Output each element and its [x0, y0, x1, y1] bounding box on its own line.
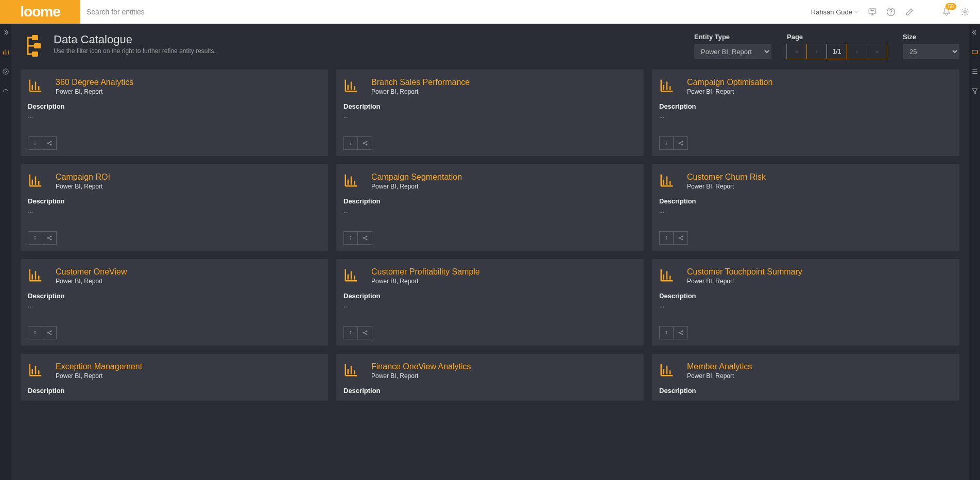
- card-type: Power BI, Report: [687, 88, 772, 95]
- entity-card[interactable]: Campaign Segmentation Power BI, Report D…: [336, 164, 644, 251]
- pager-last[interactable]: »: [867, 44, 887, 59]
- entity-card[interactable]: Campaign Optimisation Power BI, Report D…: [652, 70, 959, 156]
- svg-point-46: [363, 143, 364, 144]
- card-share-button[interactable]: [674, 326, 688, 339]
- card-desc: ...: [28, 302, 321, 309]
- card-title: Campaign ROI: [56, 173, 110, 182]
- notifications-icon[interactable]: 50: [942, 7, 951, 16]
- svg-point-59: [682, 141, 683, 142]
- card-share-button[interactable]: [42, 326, 57, 339]
- rail-card-view-icon[interactable]: [971, 48, 978, 58]
- entity-card[interactable]: Customer Profitability Sample Power BI, …: [336, 259, 644, 346]
- svg-line-38: [48, 144, 50, 145]
- entity-card[interactable]: Member Analytics Power BI, Report Descri…: [652, 354, 959, 401]
- card-desc-label: Description: [659, 102, 952, 110]
- card-info-button[interactable]: [659, 326, 674, 339]
- user-menu[interactable]: Rahsan Gude: [811, 8, 858, 16]
- settings-icon[interactable]: [960, 7, 970, 16]
- svg-point-104: [35, 331, 36, 332]
- card-share-button[interactable]: [358, 231, 372, 245]
- svg-point-68: [35, 236, 36, 237]
- page-label: Page: [787, 33, 887, 41]
- rail-settings-icon[interactable]: [2, 68, 9, 77]
- card-share-button[interactable]: [674, 136, 688, 150]
- apps-icon[interactable]: [923, 7, 933, 16]
- rail-chart-icon[interactable]: [2, 48, 9, 58]
- entity-card[interactable]: Exception Management Power BI, Report De…: [21, 354, 328, 401]
- pager-prev[interactable]: ‹: [806, 44, 827, 59]
- svg-line-49: [364, 142, 366, 143]
- search-input[interactable]: [87, 8, 177, 16]
- card-type: Power BI, Report: [371, 372, 471, 380]
- card-info-button[interactable]: [28, 231, 42, 245]
- svg-point-8: [927, 8, 929, 10]
- pager-first[interactable]: «: [786, 44, 807, 59]
- rail-dashboard-icon[interactable]: [2, 88, 9, 97]
- card-desc: ...: [659, 302, 952, 309]
- card-title: Finance OneView Analytics: [371, 362, 471, 371]
- card-info-button[interactable]: [343, 231, 358, 245]
- card-desc-label: Description: [343, 197, 637, 205]
- rail-expand-icon[interactable]: [2, 29, 9, 38]
- chevron-down-icon: [854, 10, 858, 14]
- entity-card[interactable]: Customer Touchpoint Summary Power BI, Re…: [652, 259, 959, 346]
- card-share-button[interactable]: [42, 231, 57, 245]
- svg-point-94: [679, 237, 680, 238]
- help-icon[interactable]: [886, 7, 896, 16]
- card-info-button[interactable]: [659, 136, 674, 150]
- bar-chart-icon: [659, 362, 675, 378]
- card-share-button[interactable]: [674, 231, 688, 245]
- presentation-icon[interactable]: [868, 7, 877, 16]
- card-title: Campaign Segmentation: [371, 173, 462, 182]
- svg-point-13: [924, 14, 926, 15]
- svg-point-14: [927, 14, 929, 15]
- card-desc-label: Description: [659, 197, 952, 205]
- entity-card[interactable]: Branch Sales Performance Power BI, Repor…: [336, 70, 644, 156]
- svg-point-58: [679, 143, 680, 144]
- card-desc-label: Description: [343, 292, 637, 300]
- svg-point-71: [50, 236, 51, 237]
- card-title: Customer Churn Risk: [687, 173, 766, 182]
- svg-line-50: [364, 144, 366, 145]
- pager: « ‹ 1/1 › »: [787, 44, 887, 59]
- svg-point-56: [666, 142, 667, 142]
- card-info-button[interactable]: [659, 231, 674, 245]
- bar-chart-icon: [28, 78, 43, 93]
- card-type: Power BI, Report: [56, 278, 127, 285]
- svg-line-85: [364, 237, 366, 238]
- svg-point-36: [50, 144, 51, 145]
- card-desc-label: Description: [28, 102, 321, 110]
- svg-line-121: [364, 332, 366, 333]
- edit-icon[interactable]: [905, 7, 914, 16]
- card-share-button[interactable]: [358, 326, 372, 339]
- bar-chart-icon: [659, 173, 675, 188]
- entity-card[interactable]: 360 Degree Analytics Power BI, Report De…: [21, 70, 328, 156]
- svg-line-23: [6, 91, 7, 92]
- bar-chart-icon: [659, 78, 675, 93]
- entity-card[interactable]: Customer Churn Risk Power BI, Report Des…: [652, 164, 959, 251]
- entity-card[interactable]: Campaign ROI Power BI, Report Descriptio…: [21, 164, 328, 251]
- rail-filter-icon[interactable]: [971, 88, 978, 97]
- svg-point-106: [47, 332, 48, 333]
- entity-card[interactable]: Finance OneView Analytics Power BI, Repo…: [336, 354, 644, 401]
- card-info-button[interactable]: [28, 326, 42, 339]
- rail-list-view-icon[interactable]: [971, 68, 978, 77]
- card-title: Member Analytics: [687, 362, 752, 371]
- entity-type-select[interactable]: Power BI, Report: [694, 44, 771, 59]
- card-info-button[interactable]: [343, 326, 358, 339]
- topbar: loome Rahsan Gude 50: [0, 0, 980, 24]
- svg-rect-26: [32, 52, 38, 57]
- entity-card[interactable]: Customer OneView Power BI, Report Descri…: [21, 259, 328, 346]
- rail-collapse-icon[interactable]: [971, 29, 978, 38]
- card-desc: ...: [343, 302, 637, 309]
- card-type: Power BI, Report: [371, 278, 480, 285]
- card-share-button[interactable]: [358, 136, 372, 150]
- card-info-button[interactable]: [343, 136, 358, 150]
- pager-next[interactable]: ›: [847, 44, 867, 59]
- logo[interactable]: loome: [0, 0, 80, 24]
- svg-line-133: [680, 332, 682, 333]
- size-select[interactable]: 25: [903, 44, 959, 59]
- card-share-button[interactable]: [42, 136, 57, 150]
- svg-point-44: [351, 142, 351, 142]
- card-info-button[interactable]: [28, 136, 42, 150]
